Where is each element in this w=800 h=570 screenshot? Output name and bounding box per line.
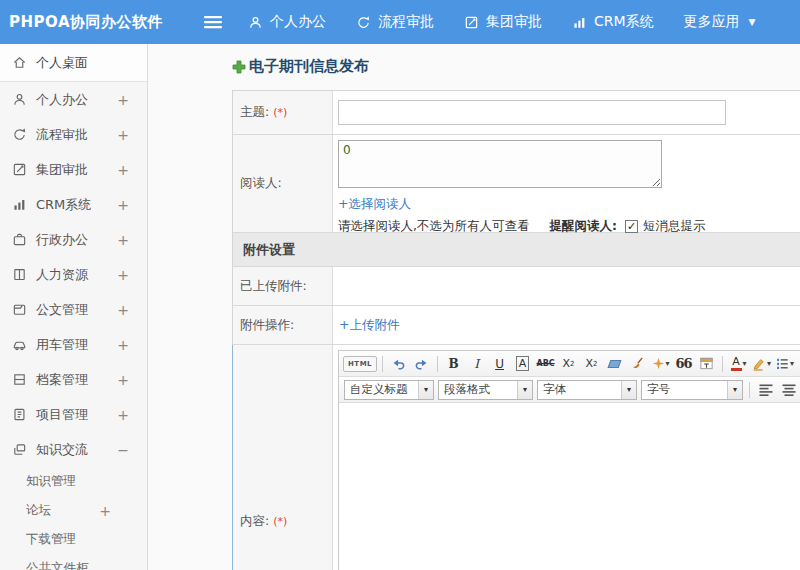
align-center-button[interactable]: [778, 380, 799, 400]
layers-icon: [12, 442, 27, 457]
nav-crm-system[interactable]: CRM系统: [572, 13, 654, 31]
content-editor-cell: HTML B I U A ABC X2 X2: [333, 345, 800, 570]
upload-attachment-link[interactable]: +上传附件: [339, 317, 399, 332]
sidebar-item-crm-system[interactable]: CRM系统 +: [0, 187, 147, 222]
font-color-bar: [731, 368, 742, 371]
sidebar-subitem-public-file-cabinet[interactable]: 公共文件柜: [0, 554, 147, 570]
hamburger-menu-button[interactable]: [200, 14, 226, 30]
expand-indicator[interactable]: +: [117, 302, 135, 318]
sidebar-item-project-management[interactable]: 项目管理 +: [0, 397, 147, 432]
font-color-button[interactable]: A▾: [728, 354, 749, 374]
align-left-icon: [759, 383, 773, 397]
font-family-select[interactable]: 字体▾: [537, 380, 637, 400]
readers-row: 阅读人: 0 +选择阅读人 请选择阅读人,不选为所有人可查看 提醒阅读人: ✓ …: [232, 135, 800, 233]
content-label-cell: 内容: (*): [233, 345, 333, 570]
home-icon: [12, 55, 27, 70]
sidebar-subitem-knowledge-management[interactable]: 知识管理: [0, 467, 147, 496]
highlight-pen-icon: [752, 357, 766, 371]
expand-indicator[interactable]: +: [117, 372, 135, 388]
italic-button[interactable]: I: [466, 354, 487, 374]
sidebar-subitem-label: 下载管理: [26, 531, 111, 548]
font-frame-button[interactable]: A: [512, 354, 533, 374]
sms-notify-label: 短消息提示: [643, 218, 706, 235]
sms-notify-checkbox[interactable]: ✓: [625, 220, 638, 233]
expand-indicator[interactable]: +: [117, 337, 135, 353]
format-brush-button[interactable]: [627, 354, 648, 374]
align-left-button[interactable]: [755, 380, 776, 400]
sidebar-item-process-approval[interactable]: 流程审批 +: [0, 117, 147, 152]
nav-personal-office[interactable]: 个人办公: [248, 13, 326, 31]
font-size-select[interactable]: 字号▾: [641, 380, 743, 400]
html-source-button[interactable]: HTML: [343, 356, 377, 372]
undo-button[interactable]: [388, 354, 409, 374]
document-icon: [12, 302, 27, 317]
editor-content-area[interactable]: [339, 403, 800, 570]
superscript-button[interactable]: X2: [558, 354, 579, 374]
expand-indicator[interactable]: +: [117, 92, 135, 108]
select-value: 自定义标题: [345, 382, 418, 397]
page-title-text: 电子期刊信息发布: [249, 57, 369, 76]
subject-content-cell: [333, 91, 800, 134]
expand-indicator[interactable]: +: [117, 127, 135, 143]
app-title: PHPOA协同办公软件: [0, 13, 200, 32]
expand-indicator[interactable]: +: [117, 162, 135, 178]
attachment-action-label-cell: 附件操作:: [233, 306, 333, 344]
underline-button[interactable]: U: [489, 354, 510, 374]
ordered-list-button[interactable]: ▾: [774, 354, 795, 374]
attachment-section-header: 附件设置: [232, 233, 800, 267]
readers-content-cell: 0 +选择阅读人 请选择阅读人,不选为所有人可查看 提醒阅读人: ✓ 短消息提示: [333, 135, 800, 232]
sidebar-item-admin-office[interactable]: 行政办公 +: [0, 222, 147, 257]
uploaded-attachment-label-cell: 已上传附件:: [233, 267, 333, 305]
subscript-button[interactable]: X2: [581, 354, 602, 374]
nav-process-approval[interactable]: 流程审批: [356, 13, 434, 31]
sidebar-item-archive-management[interactable]: 档案管理 +: [0, 362, 147, 397]
sidebar-subitem-label: 知识管理: [26, 473, 111, 490]
sidebar-item-personal-office[interactable]: 个人办公 +: [0, 82, 147, 117]
expand-indicator[interactable]: −: [117, 442, 135, 458]
sidebar-subitem-label: 论坛: [26, 502, 99, 519]
attachment-action-label: 附件操作:: [240, 317, 294, 334]
blockquote-button[interactable]: 66: [673, 354, 694, 374]
expand-indicator[interactable]: +: [99, 503, 135, 519]
process-cycle-icon: [12, 127, 27, 142]
redo-button[interactable]: [411, 354, 432, 374]
content-label: 内容:: [240, 513, 269, 530]
select-readers-link[interactable]: +选择阅读人: [338, 196, 800, 213]
undo-icon: [391, 357, 406, 371]
format-brush-icon: [630, 356, 645, 371]
strikethrough-button[interactable]: ABC: [535, 354, 556, 374]
eraser-button[interactable]: [604, 354, 625, 374]
sidebar-item-label: 行政办公: [36, 231, 117, 249]
bold-button[interactable]: B: [443, 354, 464, 374]
sidebar-subitem-forum[interactable]: 论坛 +: [0, 496, 147, 525]
readers-textarea[interactable]: 0: [338, 140, 662, 188]
paste-text-button[interactable]: [696, 354, 717, 374]
caret-down-icon: ▾: [517, 381, 532, 399]
highlight-button[interactable]: ▾: [751, 354, 772, 374]
sidebar-item-knowledge-exchange[interactable]: 知识交流 −: [0, 432, 147, 467]
nav-group-approval[interactable]: 集团审批: [464, 13, 542, 31]
edit-square-icon: [12, 162, 27, 177]
nav-more-apps[interactable]: 更多应用 ▼: [684, 13, 756, 31]
sidebar-item-document-management[interactable]: 公文管理 +: [0, 292, 147, 327]
sidebar-item-human-resources[interactable]: 人力资源 +: [0, 257, 147, 292]
select-value: 字体: [538, 382, 621, 397]
sidebar-subitem-download-management[interactable]: 下载管理: [0, 525, 147, 554]
expand-indicator[interactable]: +: [117, 197, 135, 213]
sidebar-item-vehicle-management[interactable]: 用车管理 +: [0, 327, 147, 362]
sidebar-subitem-label: 公共文件柜: [26, 560, 111, 570]
paragraph-format-select[interactable]: 段落格式▾: [438, 380, 533, 400]
expand-indicator[interactable]: +: [117, 407, 135, 423]
auto-typeset-button[interactable]: ▾: [650, 354, 671, 374]
subject-input[interactable]: [338, 100, 726, 125]
expand-indicator[interactable]: +: [117, 267, 135, 283]
subject-row: 主题: (*): [232, 91, 800, 135]
sidebar-item-personal-desktop[interactable]: 个人桌面: [0, 44, 147, 82]
custom-heading-select[interactable]: 自定义标题▾: [344, 380, 434, 400]
sidebar-item-group-approval[interactable]: 集团审批 +: [0, 152, 147, 187]
expand-indicator[interactable]: +: [117, 232, 135, 248]
archive-icon: [12, 372, 27, 387]
font-color-letter: A: [732, 356, 740, 367]
subject-label-cell: 主题: (*): [233, 91, 333, 134]
process-cycle-icon: [356, 15, 371, 30]
